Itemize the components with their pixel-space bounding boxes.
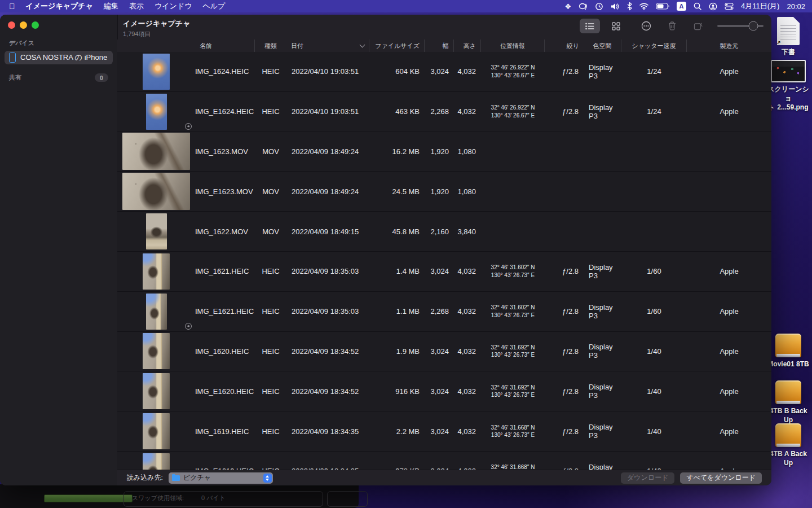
file-aperture: ƒ/2.8: [545, 52, 584, 91]
file-row[interactable]: IMG_1619.HEIC HEIC 2022/04/09 18:34:35 2…: [117, 411, 771, 452]
column-header-colorspace[interactable]: 色空間: [584, 40, 621, 52]
download-all-button[interactable]: すべてをダウンロード: [680, 472, 762, 484]
file-kind: HEIC: [255, 252, 286, 291]
column-header-size[interactable]: ファイルサイズ: [369, 40, 425, 52]
desktop-icon-drive[interactable]: 4TB A Back Up: [765, 423, 811, 467]
gps-longitude: 130° 43′ 26.73″ E: [491, 391, 535, 399]
desktop-icon-label: 4TB A Back Up: [765, 449, 811, 467]
gps-longitude: 130° 43′ 26.67″ E: [491, 72, 535, 80]
thumbnail-cell: [117, 371, 195, 411]
file-row[interactable]: IMG_E1619.HEIC HEIC 2022/04/09 18:34:35 …: [117, 452, 771, 470]
column-header-aperture[interactable]: 絞り: [545, 40, 584, 52]
iphone-icon: [9, 52, 16, 63]
wifi-icon[interactable]: [639, 1, 648, 11]
menubar-menu[interactable]: 表示: [129, 1, 144, 11]
column-header-name[interactable]: 名前: [195, 40, 255, 52]
file-location: 32° 46′ 31.668″ N 130° 43′ 26.73″ E: [481, 411, 545, 451]
file-row[interactable]: IMG_E1620.HEIC HEIC 2022/04/09 18:34:52 …: [117, 371, 771, 411]
file-manufacturer: [687, 212, 771, 251]
bluetooth-icon[interactable]: [627, 1, 632, 11]
file-height: 1,080: [454, 132, 481, 172]
file-height: 4,032: [454, 252, 481, 291]
list-header: 名前種類日付ファイルサイズ幅高さ位置情報絞り色空間シャッター速度製造元: [117, 40, 771, 52]
file-location: 32° 46′ 31.668″ N 130° 43′ 26.73″ E: [481, 452, 545, 470]
menubar-time[interactable]: 20:02: [787, 2, 805, 11]
volume-icon[interactable]: [611, 1, 620, 11]
menubar-date[interactable]: 4月11日(月): [741, 1, 779, 11]
delete-button[interactable]: [662, 19, 682, 33]
window-title: イメージキャプチャ: [123, 19, 190, 29]
sidebar-item-device[interactable]: COSA NOSTRA の iPhone 1…: [5, 51, 113, 64]
menubar-menu[interactable]: 編集: [104, 1, 118, 11]
menubar-app-name[interactable]: イメージキャプチャ: [26, 1, 93, 11]
desktop-icon-label: 下書: [769, 47, 808, 56]
desktop-icon-label: 4TB B Back Up: [765, 406, 811, 424]
desktop-icon-doc[interactable]: ↗下書: [769, 17, 808, 56]
control-center-icon[interactable]: [725, 1, 734, 11]
minimize-button[interactable]: [20, 21, 27, 29]
shared-section-header[interactable]: 共有: [9, 73, 21, 82]
zoom-button[interactable]: [32, 21, 39, 29]
file-width: 1,920: [425, 172, 454, 211]
file-row[interactable]: IMG_E1623.MOV MOV 2022/04/09 18:49:24 24…: [117, 172, 771, 212]
file-colorspace: Display P3: [584, 452, 621, 470]
list-view-button[interactable]: [580, 19, 600, 33]
desktop-icon-drive[interactable]: Movie01 8TB: [765, 334, 811, 369]
grid-view-button[interactable]: [606, 19, 626, 33]
file-size: 45.8 MB: [369, 212, 425, 251]
window-controls: [0, 15, 117, 29]
rotate-button[interactable]: [688, 19, 708, 33]
column-header-date[interactable]: 日付: [286, 40, 369, 52]
thumbnail-cell: [117, 132, 195, 172]
file-kind: MOV: [255, 132, 286, 172]
file-list: IMG_1624.HEIC HEIC 2022/04/10 19:03:51 6…: [117, 52, 771, 470]
menubar-menu[interactable]: ウインドウ: [155, 1, 192, 11]
close-button[interactable]: [8, 21, 15, 29]
thumbnail-cell: [117, 411, 195, 451]
user-account-icon[interactable]: [709, 1, 717, 11]
column-header-maker[interactable]: 製造元: [687, 40, 771, 52]
download-button[interactable]: ダウンロード: [621, 472, 674, 484]
thumbnail-size-slider[interactable]: [717, 19, 764, 33]
time-machine-icon[interactable]: [595, 1, 603, 11]
file-row[interactable]: IMG_1621.HEIC HEIC 2022/04/09 18:35:03 1…: [117, 252, 771, 292]
file-colorspace: Display P3: [584, 292, 621, 331]
more-actions-button[interactable]: [636, 19, 656, 33]
import-destination-popup[interactable]: ピクチャ: [169, 472, 273, 484]
file-row[interactable]: IMG_E1621.HEIC HEIC 2022/04/09 18:35:03 …: [117, 292, 771, 332]
battery-icon[interactable]: [656, 1, 669, 11]
column-header-kind[interactable]: 種類: [255, 40, 286, 52]
file-size: 978 KB: [369, 452, 425, 470]
menubar-menu[interactable]: ヘルプ: [202, 1, 225, 11]
column-header-location[interactable]: 位置情報: [481, 40, 545, 52]
file-width: 2,268: [425, 92, 454, 132]
dropbox-icon[interactable]: ❖: [564, 1, 571, 11]
search-icon[interactable]: [694, 1, 701, 11]
file-row[interactable]: IMG_1624.HEIC HEIC 2022/04/10 19:03:51 6…: [117, 52, 771, 92]
slider-knob[interactable]: [748, 21, 758, 31]
file-kind: HEIC: [255, 292, 286, 331]
file-colorspace: Display P3: [584, 332, 621, 371]
desktop-icon-drive[interactable]: 4TB B Back Up: [765, 380, 811, 424]
file-name: IMG_1621.HEIC: [195, 252, 255, 291]
thumbnail-cell: [117, 332, 195, 371]
file-shutter-speed: 1/24: [621, 52, 687, 91]
column-header-shutter[interactable]: シャッター速度: [621, 40, 687, 52]
clone-disk-icon[interactable]: [579, 1, 588, 11]
desktop-icon-shot[interactable]: スクリーンショ ト 2...59.png: [766, 60, 811, 112]
file-row[interactable]: IMG_1622.MOV MOV 2022/04/09 18:49:15 45.…: [117, 212, 771, 252]
item-count: 1,794項目: [123, 30, 190, 38]
file-shutter-speed: 1/60: [621, 292, 687, 331]
file-date: 2022/04/09 18:34:35: [286, 452, 369, 470]
file-date: 2022/04/09 18:35:03: [286, 292, 369, 331]
gps-longitude: 130° 43′ 26.73″ E: [491, 431, 535, 439]
file-row[interactable]: IMG_1620.HEIC HEIC 2022/04/09 18:34:52 1…: [117, 332, 771, 372]
import-destination-label: 読み込み先:: [127, 473, 163, 483]
input-source-icon[interactable]: A: [677, 2, 686, 11]
column-header-width[interactable]: 幅: [425, 40, 454, 52]
file-row[interactable]: IMG_E1624.HEIC HEIC 2022/04/10 19:03:51 …: [117, 92, 771, 132]
apple-menu-icon[interactable]: : [9, 2, 15, 10]
file-row[interactable]: IMG_1623.MOV MOV 2022/04/09 18:49:24 16.…: [117, 132, 771, 172]
column-header-height[interactable]: 高さ: [454, 40, 481, 52]
file-size: 2.2 MB: [369, 411, 425, 451]
